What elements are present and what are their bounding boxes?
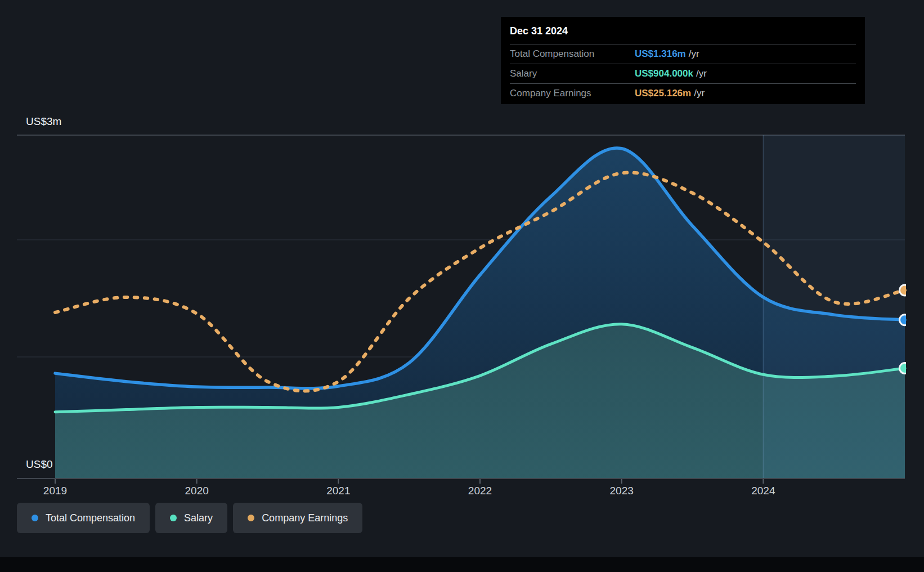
- legend-label: Total Compensation: [46, 512, 135, 524]
- legend-item-total-compensation[interactable]: Total Compensation: [17, 503, 150, 533]
- x-year-label: 2019: [43, 485, 67, 497]
- x-year-label: 2024: [751, 485, 775, 497]
- legend-item-salary[interactable]: Salary: [155, 503, 227, 533]
- tooltip-row-label: Company Earnings: [510, 88, 635, 99]
- tooltip-rows: Total CompensationUS$1.316m/yrSalaryUS$9…: [510, 44, 856, 103]
- tooltip-row-label: Total Compensation: [510, 48, 635, 60]
- bottom-bar: [0, 557, 924, 572]
- legend-color-dot: [32, 515, 38, 521]
- y-axis-top-label: US$3m: [26, 115, 61, 128]
- salary-endpoint: [900, 363, 910, 373]
- legend-label: Company Earnings: [262, 512, 348, 524]
- tooltip-date-title: Dec 31 2024: [510, 24, 856, 44]
- x-year-label: 2022: [468, 485, 492, 497]
- x-axis-labels: 201920202021202220232024: [0, 485, 924, 502]
- tooltip-row-label: Salary: [510, 68, 635, 79]
- x-year-label: 2021: [326, 485, 350, 497]
- company-earnings-endpoint: [900, 285, 910, 296]
- tooltip-row-value: US$1.316m: [635, 48, 686, 60]
- legend-label: Salary: [184, 512, 213, 524]
- chart-legend: Total CompensationSalaryCompany Earnings: [17, 503, 362, 533]
- x-year-label: 2020: [185, 485, 209, 497]
- tooltip-row: Company EarningsUS$25.126m/yr: [510, 83, 856, 103]
- legend-color-dot: [248, 515, 254, 521]
- compensation-chart-page: US$3m US$0 201920202021202220232024 Dec …: [0, 0, 924, 572]
- chart-tooltip: Dec 31 2024 Total CompensationUS$1.316m/…: [501, 17, 865, 104]
- tooltip-row: SalaryUS$904.000k/yr: [510, 64, 856, 83]
- total-compensation-endpoint: [900, 315, 910, 325]
- tooltip-row-unit: /yr: [696, 68, 707, 79]
- tooltip-row-unit: /yr: [694, 88, 705, 99]
- x-year-label: 2023: [610, 485, 634, 497]
- y-axis-bottom-label: US$0: [26, 458, 53, 471]
- tooltip-row-value: US$904.000k: [635, 68, 693, 79]
- tooltip-row-unit: /yr: [689, 48, 699, 60]
- tooltip-row: Total CompensationUS$1.316m/yr: [510, 44, 856, 64]
- legend-color-dot: [170, 515, 177, 521]
- tooltip-row-value: US$25.126m: [635, 88, 691, 99]
- legend-item-company-earnings[interactable]: Company Earnings: [233, 503, 362, 533]
